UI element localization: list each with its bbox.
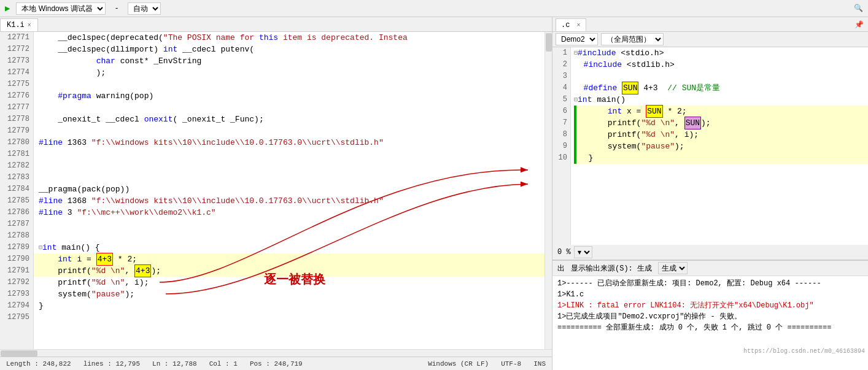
k1-tab[interactable]: K1.i ×	[0, 18, 38, 31]
line-num-12774: 12774	[0, 67, 33, 79]
right-code-line-5: ⊟int main()	[574, 94, 868, 106]
charset-status: UTF-8	[501, 360, 521, 368]
code-line-12774: );	[34, 67, 544, 79]
line-num-12783: 12783	[0, 172, 33, 183]
line-num-12790: 12790	[0, 253, 33, 265]
code-line-12784: __pragma(pack(pop))	[34, 183, 544, 195]
bottom-toolbar: 出 显示输出来源(S): 生成 生成	[552, 261, 868, 276]
right-line-num-1: 1	[552, 47, 570, 59]
code-line-12785: #line 1368 "f:\\windows kits\\10\\includ…	[34, 195, 544, 207]
line-num-12777: 12777	[0, 102, 33, 114]
output-content: 1>------ 已启动全部重新生成: 项目: Demo2, 配置: Debug…	[552, 276, 868, 370]
play-button[interactable]: ▶	[5, 3, 10, 13]
line-num-12786: 12786	[0, 207, 33, 218]
output-line-1: 1>------ 已启动全部重新生成: 项目: Demo2, 配置: Debug…	[557, 278, 863, 289]
global-scope-select[interactable]: （全局范围）	[601, 33, 664, 45]
right-tab-label: .c	[561, 21, 570, 29]
code-line-12773: char const* _EnvString	[34, 55, 544, 67]
left-tab-bar: K1.i ×	[0, 17, 552, 32]
right-code-editor[interactable]: ⊟#include <stdio.h> #include <stdlib.h> …	[571, 47, 868, 245]
search-icon[interactable]: 🔍	[854, 4, 863, 13]
line-num-12787: 12787	[0, 218, 33, 230]
tab-close-button[interactable]: ×	[28, 22, 31, 29]
pos-status: Pos : 248,719	[250, 360, 303, 368]
code-line-12790: int i = 4+3 * 2;	[34, 253, 544, 265]
tab-label: K1.i	[7, 21, 25, 29]
line-num-12780: 12780	[0, 137, 33, 148]
code-line-12776: #pragma warning(pop)	[34, 90, 544, 102]
code-line-12781	[34, 148, 544, 160]
right-c-tab[interactable]: .c ×	[556, 18, 586, 31]
scope-bar: Demo2 （全局范围）	[552, 32, 868, 47]
right-tab-bar: .c × 📌	[552, 17, 868, 32]
line-num-12781: 12781	[0, 148, 33, 160]
code-line-12772: __declspec(dllimport) int __cdecl putenv…	[34, 44, 544, 55]
right-line-num-6: 6	[552, 106, 570, 117]
output-line-2: 1>K1.c	[557, 289, 863, 300]
code-line-12787	[34, 218, 544, 230]
progress-select[interactable]: ▾	[574, 246, 592, 258]
code-line-12782	[34, 160, 544, 172]
right-line-num-8: 8	[552, 129, 570, 141]
output-source-select[interactable]: 生成	[658, 262, 688, 274]
progress-bar: 0 % ▾	[552, 245, 868, 260]
output-line-3: 1>LINK : fatal error LNK1104: 无法打开文件"x64…	[557, 300, 863, 311]
code-line-12775	[34, 79, 544, 90]
right-code-line-2: #include <stdlib.h>	[574, 59, 868, 71]
auto-select[interactable]: 自动	[128, 2, 161, 15]
output-icon: 出	[557, 263, 565, 274]
right-line-numbers: 1 2 3 4 5 6 7 8 9 10	[552, 47, 571, 245]
line-num-12792: 12792	[0, 277, 33, 288]
line-num-12778: 12778	[0, 114, 33, 125]
line-num-12789: 12789	[0, 242, 33, 253]
show-output-label: 显示输出来源(S): 生成	[571, 263, 652, 274]
progress-percent: 0 %	[557, 248, 571, 256]
right-code-line-7: printf("%d \n", SUN);	[574, 117, 868, 129]
horizontal-scrollbar[interactable]	[0, 349, 552, 357]
col-status: Col : 1	[209, 360, 238, 368]
line-num-12791: 12791	[0, 265, 33, 277]
code-line-12783	[34, 172, 544, 183]
right-line-num-2: 2	[552, 59, 570, 71]
line-num-12784: 12784	[0, 183, 33, 195]
line-num-12771: 12771	[0, 32, 33, 44]
lines-status: lines : 12,795	[83, 360, 140, 368]
code-line-12793: system("pause");	[34, 288, 544, 300]
right-line-num-5: 5	[552, 94, 570, 106]
right-code-line-3	[574, 71, 868, 82]
right-line-num-7: 7	[552, 117, 570, 129]
line-num-12772: 12772	[0, 44, 33, 55]
right-code-line-9: system("pause");	[574, 141, 868, 152]
line-num-12779: 12779	[0, 125, 33, 137]
code-line-12788	[34, 230, 544, 242]
right-line-num-3: 3	[552, 71, 570, 82]
line-num-12793: 12793	[0, 288, 33, 300]
code-line-12791: printf("%d \n", 4+3);	[34, 265, 544, 277]
code-editor[interactable]: __declspec(deprecated("The POSIX name fo…	[34, 32, 544, 349]
line-num-12782: 12782	[0, 160, 33, 172]
right-code-line-4: #define SUN 4+3 // SUN是常量	[574, 82, 868, 94]
right-code-line-6: int x = SUN * 2;	[574, 106, 868, 117]
project-scope-select[interactable]: Demo2	[556, 33, 598, 45]
right-code-line-10: }	[574, 152, 868, 164]
code-line-12794: }	[34, 300, 544, 312]
output-line-4: 1>已完成生成项目"Demo2.vcxproj"的操作 - 失败。	[557, 311, 863, 322]
encoding-status: Windows (CR LF)	[428, 360, 489, 368]
right-line-num-10: 10	[552, 152, 570, 164]
code-line-12792: printf("%d \n", i);	[34, 277, 544, 288]
code-line-12786: #line 3 "f:\\mc++\\work\\demo2\\k1.c"	[34, 207, 544, 218]
code-line-12789: ⊟int main() {	[34, 242, 544, 253]
right-code-line-1: ⊟#include <stdio.h>	[574, 47, 868, 59]
debugger-select[interactable]: 本地 Windows 调试器	[16, 2, 106, 15]
status-bar: Length : 248,822 lines : 12,795 Ln : 12,…	[0, 357, 552, 370]
output-line-5: ========== 全部重新生成: 成功 0 个, 失败 1 个, 跳过 0 …	[557, 322, 863, 333]
ins-status: INS	[533, 360, 546, 368]
right-tab-close[interactable]: ×	[577, 22, 581, 29]
line-num-12773: 12773	[0, 55, 33, 67]
pin-icon[interactable]: 📌	[853, 19, 865, 31]
vertical-scrollbar[interactable]	[544, 32, 552, 349]
line-num-12775: 12775	[0, 79, 33, 90]
code-line-12779	[34, 125, 544, 137]
line-num-12794: 12794	[0, 300, 33, 312]
ln-status: Ln : 12,788	[152, 360, 197, 368]
